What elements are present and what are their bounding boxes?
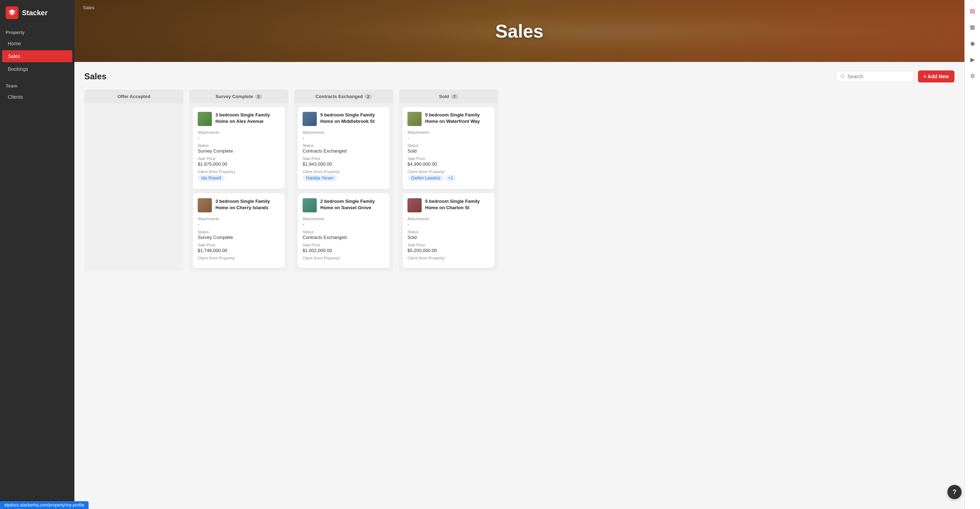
status-value: Sold [407,148,490,154]
attachments-value: - [302,222,385,227]
sidebar: Stacker Property Home Sales Bookings Tea… [0,0,75,509]
card-thumbnail [302,112,317,126]
column-badge: 3 [255,94,262,99]
card-title: 2 bedroom Single Family Home on Sunset G… [320,198,385,211]
card-thumbnail [198,112,212,126]
status-value: Contracts Exchanged [302,148,385,154]
card-status-field: StatusSold [407,230,490,240]
content-area: Sales + Add New Offer AcceptedSurvey Com… [75,62,964,509]
client-tags: Natalija Yoram [302,174,385,181]
cards-sold: 5 bedroom Single Family Home on Waterfro… [399,103,498,271]
client-tag[interactable]: Gwilim Lawahiz [407,175,444,181]
gear-icon[interactable]: ⚙ [967,71,977,81]
card-attachments-field: Attachments- [407,217,490,227]
property-section-label: Property [0,26,75,37]
card-price-field: Sale Price$1,875,000.00 [198,157,280,167]
kanban-card[interactable]: 3 bedroom Single Family Home on Alex Ave… [193,107,285,189]
card-header: 5 bedroom Single Family Home on Charlon … [407,198,490,212]
price-label: Sale Price [198,157,280,161]
kanban-card[interactable]: 5 bedroom Single Family Home on Middlebr… [298,107,390,189]
card-header: 2 bedroom Single Family Home on Sunset G… [302,198,385,212]
play-icon[interactable]: ▶ [967,54,977,64]
price-value: $5,200,000.00 [407,248,490,253]
price-label: Sale Price [198,243,280,247]
card-price-field: Sale Price$1,002,000.00 [302,243,385,253]
main-content: Sales Sales Sales + Add New Offer A [75,0,964,509]
kanban-column-contracts-exchanged: Contracts Exchanged25 bedroom Single Fam… [294,90,393,271]
attachments-label: Attachments [302,217,385,221]
sidebar-item-home[interactable]: Home [2,38,72,49]
kanban-column-survey-complete: Survey Complete33 bedroom Single Family … [189,90,288,271]
client-tag[interactable]: Natalija Yoram [302,175,337,181]
client-label: Client (from Property) [407,170,490,174]
kanban-card[interactable]: 2 bedroom Single Family Home on Sunset G… [298,193,390,268]
kanban-card[interactable]: 3 bedroom Single Family Home on Cherry I… [193,193,285,268]
card-header: 3 bedroom Single Family Home on Cherry I… [198,198,280,212]
cards-survey-complete: 3 bedroom Single Family Home on Alex Ave… [189,103,288,271]
right-sidebar: ▤▦◉▶⚙ [964,0,980,509]
kanban-card[interactable]: 5 bedroom Single Family Home on Charlon … [402,193,495,268]
sidebar-item-clients[interactable]: Clients [2,91,72,103]
status-label: Status [407,143,490,147]
card-title: 5 bedroom Single Family Home on Waterfro… [425,112,490,125]
card-price-field: Sale Price$1,746,000.00 [198,243,280,253]
client-label: Client (from Property) [302,170,385,174]
card-attachments-field: Attachments- [302,130,385,141]
status-value: Contracts Exchanged [302,235,385,240]
person-icon[interactable]: ◉ [967,38,977,48]
card-client-field: Client (from Property) [302,256,385,260]
card-client-field: Client (from Property) [198,256,280,260]
card-header: 5 bedroom Single Family Home on Middlebr… [302,112,385,126]
search-icon [840,74,845,79]
client-tags: Gwilim Lawahiz+1 [407,174,490,181]
card-thumbnail [407,198,422,212]
card-price-field: Sale Price$5,200,000.00 [407,243,490,253]
card-attachments-field: Attachments- [198,217,280,227]
search-box[interactable] [836,71,914,82]
status-label: Status [302,143,385,147]
sidebar-item-bookings[interactable]: Bookings [2,63,72,75]
price-label: Sale Price [302,243,385,247]
calendar-icon[interactable]: ▦ [967,22,977,32]
price-label: Sale Price [407,157,490,161]
status-value: Survey Complete [198,148,280,154]
client-label: Client (from Property) [302,256,385,260]
card-header: 3 bedroom Single Family Home on Alex Ave… [198,112,280,126]
sidebar-item-sales[interactable]: Sales [2,50,72,62]
card-attachments-field: Attachments- [407,130,490,141]
card-client-field: Client (from Property)Ida Rowell [198,170,280,181]
content-topbar: Sales + Add New [84,70,955,82]
attachments-value: - [407,135,490,141]
price-value: $1,746,000.00 [198,248,280,253]
column-header-contracts-exchanged: Contracts Exchanged2 [294,90,393,103]
attachments-value: - [302,135,385,141]
client-label: Client (from Property) [198,256,280,260]
attachments-value: - [407,222,490,227]
attachments-label: Attachments [407,217,490,221]
kanban-card[interactable]: 5 bedroom Single Family Home on Waterfro… [402,107,495,189]
column-header-survey-complete: Survey Complete3 [189,90,288,103]
add-new-button[interactable]: + Add New [918,70,955,82]
team-section-label: Team [0,80,75,90]
client-tag[interactable]: Ida Rowell [198,175,224,181]
client-label: Client (from Property) [198,170,280,174]
client-tags: Ida Rowell [198,174,280,181]
column-header-offer-accepted: Offer Accepted [84,90,183,103]
attachments-value: - [198,135,280,141]
card-title: 3 bedroom Single Family Home on Cherry I… [215,198,280,211]
status-label: Status [407,230,490,234]
card-thumbnail [198,198,212,212]
help-button[interactable]: ? [947,485,962,499]
price-label: Sale Price [302,157,385,161]
status-label: Status [198,143,280,147]
search-input[interactable] [848,74,909,79]
filter-icon[interactable]: ▤ [967,6,977,16]
client-label: Client (from Property) [407,256,490,260]
cards-offer-accepted [84,103,183,111]
column-badge: 7 [451,94,458,99]
card-thumbnail [302,198,317,212]
status-label: Status [302,230,385,234]
bottom-tooltip: elpdocs.stackerhq.com/property/my-profil… [0,501,89,509]
topbar-actions: + Add New [836,70,955,82]
card-client-field: Client (from Property)Gwilim Lawahiz+1 [407,170,490,181]
